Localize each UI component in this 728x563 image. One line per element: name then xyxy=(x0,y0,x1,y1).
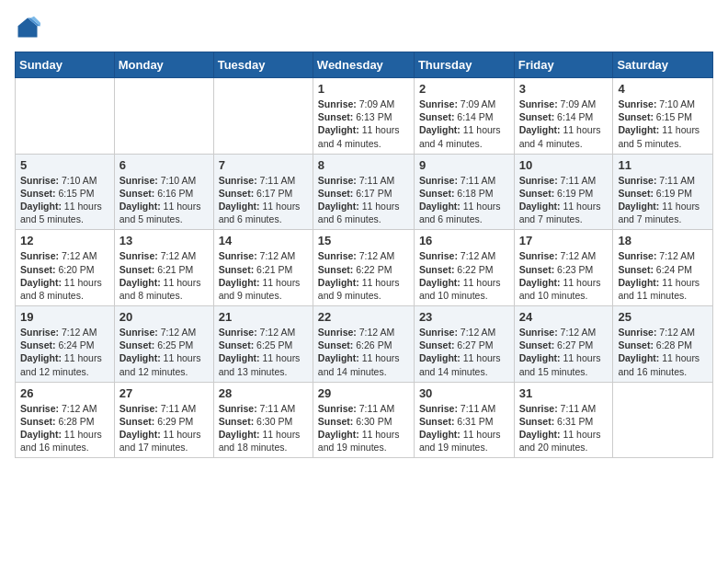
calendar-cell: 16Sunrise: 7:12 AMSunset: 6:22 PMDayligh… xyxy=(414,230,514,306)
sunrise-text: Sunrise: 7:12 AM xyxy=(318,326,409,339)
daylight-text: Daylight: 11 hours and 12 minutes. xyxy=(20,351,109,377)
daylight-text: Daylight: 11 hours and 5 minutes. xyxy=(119,200,209,225)
calendar-cell: 13Sunrise: 7:12 AMSunset: 6:21 PMDayligh… xyxy=(114,230,213,306)
calendar-cell: 15Sunrise: 7:12 AMSunset: 6:22 PMDayligh… xyxy=(313,230,414,306)
daylight-text: Daylight: 11 hours and 14 minutes. xyxy=(318,351,409,377)
calendar-cell xyxy=(613,382,713,458)
sunset-text: Sunset: 6:25 PM xyxy=(119,339,209,351)
daylight-text: Daylight: 11 hours and 7 minutes. xyxy=(618,200,708,225)
logo-icon xyxy=(15,15,40,40)
daylight-text: Daylight: 11 hours and 8 minutes. xyxy=(119,276,209,302)
day-number: 4 xyxy=(618,82,708,96)
sunrise-text: Sunrise: 7:12 AM xyxy=(219,326,308,339)
daylight-text: Daylight: 11 hours and 14 minutes. xyxy=(419,351,509,377)
calendar-week-4: 19Sunrise: 7:12 AMSunset: 6:24 PMDayligh… xyxy=(16,306,713,383)
sunrise-text: Sunrise: 7:12 AM xyxy=(119,249,209,262)
daylight-text: Daylight: 11 hours and 4 minutes. xyxy=(419,123,509,149)
sunrise-text: Sunrise: 7:11 AM xyxy=(219,174,308,187)
sunrise-text: Sunrise: 7:12 AM xyxy=(219,249,308,262)
sunset-text: Sunset: 6:30 PM xyxy=(219,415,308,428)
sunset-text: Sunset: 6:19 PM xyxy=(618,187,708,200)
sunset-text: Sunset: 6:17 PM xyxy=(318,187,409,200)
sunrise-text: Sunrise: 7:12 AM xyxy=(419,326,509,339)
calendar-cell: 25Sunrise: 7:12 AMSunset: 6:28 PMDayligh… xyxy=(613,306,713,383)
day-of-week-friday: Friday xyxy=(514,52,613,78)
calendar-cell: 4Sunrise: 7:10 AMSunset: 6:15 PMDaylight… xyxy=(613,78,713,155)
calendar-week-3: 12Sunrise: 7:12 AMSunset: 6:20 PMDayligh… xyxy=(16,230,713,306)
calendar-cell: 8Sunrise: 7:11 AMSunset: 6:17 PMDaylight… xyxy=(313,154,414,230)
day-number: 27 xyxy=(119,386,209,400)
day-of-week-monday: Monday xyxy=(114,52,213,78)
day-number: 5 xyxy=(20,158,109,172)
sunset-text: Sunset: 6:15 PM xyxy=(618,110,708,123)
day-number: 2 xyxy=(419,82,509,96)
sunset-text: Sunset: 6:16 PM xyxy=(119,187,209,200)
sunrise-text: Sunrise: 7:12 AM xyxy=(519,326,609,339)
sunrise-text: Sunrise: 7:12 AM xyxy=(20,402,109,415)
sunrise-text: Sunrise: 7:09 AM xyxy=(318,98,409,110)
sunset-text: Sunset: 6:21 PM xyxy=(119,263,209,276)
sunrise-text: Sunrise: 7:11 AM xyxy=(318,174,409,187)
daylight-text: Daylight: 11 hours and 15 minutes. xyxy=(519,351,609,377)
day-number: 21 xyxy=(219,310,308,324)
day-number: 24 xyxy=(519,310,609,324)
sunrise-text: Sunrise: 7:12 AM xyxy=(419,249,509,262)
sunset-text: Sunset: 6:18 PM xyxy=(419,187,509,200)
calendar-cell xyxy=(16,78,115,155)
daylight-text: Daylight: 11 hours and 9 minutes. xyxy=(318,276,409,302)
daylight-text: Daylight: 11 hours and 19 minutes. xyxy=(318,428,409,454)
daylight-text: Daylight: 11 hours and 6 minutes. xyxy=(318,200,409,225)
calendar-cell: 19Sunrise: 7:12 AMSunset: 6:24 PMDayligh… xyxy=(16,306,115,383)
calendar-cell: 1Sunrise: 7:09 AMSunset: 6:13 PMDaylight… xyxy=(313,78,414,155)
daylight-text: Daylight: 11 hours and 18 minutes. xyxy=(219,428,308,454)
calendar-week-2: 5Sunrise: 7:10 AMSunset: 6:15 PMDaylight… xyxy=(16,154,713,230)
day-number: 7 xyxy=(219,158,308,172)
day-number: 9 xyxy=(419,158,509,172)
sunset-text: Sunset: 6:31 PM xyxy=(519,415,609,428)
sunrise-text: Sunrise: 7:12 AM xyxy=(618,249,708,262)
day-number: 8 xyxy=(318,158,409,172)
daylight-text: Daylight: 11 hours and 9 minutes. xyxy=(219,276,308,302)
daylight-text: Daylight: 11 hours and 7 minutes. xyxy=(519,200,609,225)
day-number: 16 xyxy=(419,234,509,247)
calendar-cell: 24Sunrise: 7:12 AMSunset: 6:27 PMDayligh… xyxy=(514,306,613,383)
calendar-cell: 21Sunrise: 7:12 AMSunset: 6:25 PMDayligh… xyxy=(213,306,313,383)
calendar-cell: 12Sunrise: 7:12 AMSunset: 6:20 PMDayligh… xyxy=(16,230,115,306)
calendar-cell: 18Sunrise: 7:12 AMSunset: 6:24 PMDayligh… xyxy=(613,230,713,306)
calendar-week-5: 26Sunrise: 7:12 AMSunset: 6:28 PMDayligh… xyxy=(16,382,713,458)
page-header xyxy=(15,15,713,40)
calendar-table: SundayMondayTuesdayWednesdayThursdayFrid… xyxy=(15,52,713,458)
day-of-week-saturday: Saturday xyxy=(613,52,713,78)
sunrise-text: Sunrise: 7:12 AM xyxy=(20,326,109,339)
daylight-text: Daylight: 11 hours and 4 minutes. xyxy=(318,123,409,149)
sunset-text: Sunset: 6:24 PM xyxy=(618,263,708,276)
daylight-text: Daylight: 11 hours and 5 minutes. xyxy=(618,123,708,149)
sunset-text: Sunset: 6:23 PM xyxy=(519,263,609,276)
daylight-text: Daylight: 11 hours and 13 minutes. xyxy=(219,351,308,377)
sunset-text: Sunset: 6:30 PM xyxy=(318,415,409,428)
sunset-text: Sunset: 6:22 PM xyxy=(318,263,409,276)
sunrise-text: Sunrise: 7:11 AM xyxy=(419,174,509,187)
sunset-text: Sunset: 6:20 PM xyxy=(20,263,109,276)
sunrise-text: Sunrise: 7:12 AM xyxy=(519,249,609,262)
calendar-cell: 17Sunrise: 7:12 AMSunset: 6:23 PMDayligh… xyxy=(514,230,613,306)
sunrise-text: Sunrise: 7:12 AM xyxy=(318,249,409,262)
sunset-text: Sunset: 6:19 PM xyxy=(519,187,609,200)
day-number: 1 xyxy=(318,82,409,96)
sunset-text: Sunset: 6:25 PM xyxy=(219,339,308,351)
day-number: 29 xyxy=(318,386,409,400)
sunset-text: Sunset: 6:28 PM xyxy=(618,339,708,351)
day-number: 13 xyxy=(119,234,209,247)
sunset-text: Sunset: 6:17 PM xyxy=(219,187,308,200)
sunset-text: Sunset: 6:28 PM xyxy=(20,415,109,428)
daylight-text: Daylight: 11 hours and 6 minutes. xyxy=(219,200,308,225)
daylight-text: Daylight: 11 hours and 11 minutes. xyxy=(618,276,708,302)
day-number: 15 xyxy=(318,234,409,247)
sunrise-text: Sunrise: 7:10 AM xyxy=(20,174,109,187)
day-number: 10 xyxy=(519,158,609,172)
calendar-cell: 22Sunrise: 7:12 AMSunset: 6:26 PMDayligh… xyxy=(313,306,414,383)
daylight-text: Daylight: 11 hours and 12 minutes. xyxy=(119,351,209,377)
sunrise-text: Sunrise: 7:11 AM xyxy=(219,402,308,415)
day-number: 22 xyxy=(318,310,409,324)
calendar-cell: 2Sunrise: 7:09 AMSunset: 6:14 PMDaylight… xyxy=(414,78,514,155)
